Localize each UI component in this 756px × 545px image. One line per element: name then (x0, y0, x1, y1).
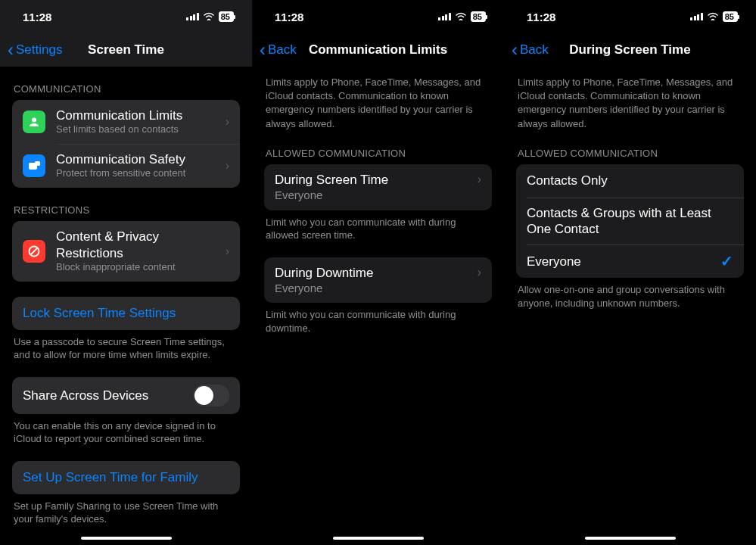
back-label: Back (268, 42, 297, 58)
status-time: 11:28 (275, 11, 303, 23)
footer-during-dt: Limit who you can communicate with durin… (266, 308, 490, 335)
section-header-allowed: ALLOWED COMMUNICATION (266, 148, 490, 159)
home-indicator[interactable] (81, 537, 172, 540)
back-button[interactable]: ‹ Settings (8, 39, 62, 61)
status-bar: 11:28 85 (504, 0, 756, 33)
section-header-allowed: ALLOWED COMMUNICATION (518, 148, 742, 159)
nav-bar: ‹ Back During Screen Time (504, 33, 756, 67)
nav-bar: ‹ Back Communication Limits (252, 33, 504, 67)
wifi-icon (203, 11, 215, 23)
chevron-right-icon: › (478, 266, 481, 279)
home-indicator[interactable] (585, 537, 676, 540)
row-family[interactable]: Set Up Screen Time for Family (12, 461, 240, 494)
footer-share: You can enable this on any device signed… (14, 419, 238, 446)
status-right: 85 (438, 11, 486, 23)
option-label: Contacts & Groups with at Least One Cont… (527, 205, 733, 238)
row-title: Lock Screen Time Settings (23, 305, 176, 321)
cellular-icon (690, 13, 703, 20)
row-content-privacy[interactable]: Content & Privacy Restrictions Block ina… (12, 221, 240, 281)
row-subtitle: Protect from sensitive content (56, 167, 221, 180)
option-everyone[interactable]: Everyone ✓ (516, 244, 744, 278)
row-during-downtime[interactable]: During Downtime › Everyone (264, 257, 492, 304)
row-title: Communication Limits (56, 107, 221, 123)
battery-icon: 85 (219, 11, 234, 22)
chevron-right-icon: › (226, 244, 229, 258)
svg-line-4 (31, 248, 38, 254)
footer-allowed: Allow one-on-one and group conversations… (518, 283, 742, 310)
battery-icon: 85 (471, 11, 486, 22)
cellular-icon (186, 13, 199, 20)
row-title: Content & Privacy Restrictions (56, 229, 221, 261)
back-button[interactable]: ‹ Back (512, 39, 549, 61)
row-title: Communication Safety (56, 151, 221, 167)
back-label: Back (520, 42, 549, 58)
chevron-left-icon: ‹ (8, 39, 14, 61)
checkmark-icon: ✓ (720, 252, 733, 270)
option-label: Contacts Only (527, 173, 733, 188)
section-header-restrictions: RESTRICTIONS (14, 204, 238, 216)
home-indicator[interactable] (333, 537, 424, 540)
nav-bar: ‹ Settings Screen Time (0, 33, 252, 67)
status-bar: 11:28 85 (252, 0, 504, 33)
row-subtitle: Set limits based on contacts (56, 123, 221, 136)
back-label: Settings (16, 42, 62, 58)
wifi-icon (455, 11, 467, 23)
communication-limits-icon (23, 111, 45, 133)
row-subtitle: Block inappropriate content (56, 261, 221, 274)
communication-safety-icon (23, 154, 45, 177)
option-contacts-groups[interactable]: Contacts & Groups with at Least One Cont… (516, 198, 744, 245)
footer-during-st: Limit who you can communicate with durin… (266, 216, 490, 242)
wifi-icon (707, 11, 719, 23)
chevron-left-icon: ‹ (260, 39, 266, 61)
row-value: Everyone (275, 188, 481, 203)
row-title: Set Up Screen Time for Family (23, 469, 198, 485)
cellular-icon (438, 13, 451, 20)
intro-text: Limits apply to Phone, FaceTime, Message… (518, 76, 742, 131)
row-title: During Screen Time (275, 172, 473, 188)
share-toggle[interactable] (193, 385, 229, 406)
row-communication-limits[interactable]: Communication Limits Set limits based on… (12, 100, 240, 144)
option-contacts-only[interactable]: Contacts Only (516, 164, 744, 198)
option-label: Everyone (527, 254, 720, 269)
row-communication-safety[interactable]: Communication Safety Protect from sensit… (12, 144, 240, 188)
back-button[interactable]: ‹ Back (260, 39, 297, 61)
svg-rect-2 (35, 161, 40, 166)
svg-point-0 (32, 118, 36, 123)
status-bar: 11:28 85 (0, 0, 252, 33)
intro-text: Limits apply to Phone, FaceTime, Message… (266, 76, 490, 131)
chevron-left-icon: ‹ (512, 39, 518, 61)
battery-icon: 85 (723, 11, 738, 22)
status-time: 11:28 (23, 11, 51, 23)
status-right: 85 (690, 11, 738, 23)
footer-family: Set up Family Sharing to use Screen Time… (14, 500, 238, 526)
row-value: Everyone (275, 281, 481, 296)
restrictions-icon (23, 240, 45, 263)
section-header-communication: COMMUNICATION (14, 83, 238, 95)
status-right: 85 (186, 11, 234, 23)
chevron-right-icon: › (478, 173, 481, 186)
row-title: During Downtime (275, 265, 473, 281)
status-time: 11:28 (527, 11, 555, 23)
chevron-right-icon: › (226, 115, 229, 129)
row-title: Share Across Devices (23, 388, 193, 403)
row-during-screen-time[interactable]: During Screen Time › Everyone (264, 164, 492, 210)
row-lock-settings[interactable]: Lock Screen Time Settings (12, 297, 240, 330)
chevron-right-icon: › (226, 159, 229, 173)
footer-lock: Use a passcode to secure Screen Time set… (14, 335, 238, 362)
row-share-devices[interactable]: Share Across Devices (12, 377, 240, 414)
